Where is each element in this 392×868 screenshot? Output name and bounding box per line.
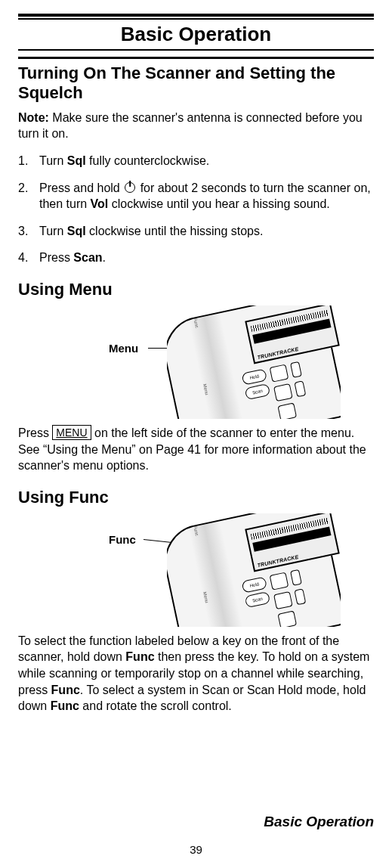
- step-body: Turn Sql clockwise until the hissing sto…: [39, 223, 374, 240]
- func-description: To select the function labeled below a k…: [18, 633, 374, 715]
- key-hold: Hold: [241, 368, 267, 385]
- step-text: fully counterclockwise.: [86, 154, 210, 167]
- menu-button-label: MENU: [52, 425, 91, 440]
- step-bold: Sql: [67, 154, 86, 167]
- key-4: [273, 383, 293, 401]
- key-1: [270, 364, 289, 383]
- step-body: Press Scan.: [39, 250, 374, 266]
- text: Press: [18, 426, 52, 439]
- bold: Func: [51, 684, 80, 696]
- key-partial: [294, 380, 306, 397]
- title-underline: [18, 49, 374, 51]
- step-bold: Sql: [67, 225, 86, 237]
- step-body: Turn Sql fully counterclockwise.: [39, 153, 374, 169]
- menu-description: Press MENU on the left side of the scann…: [18, 425, 374, 474]
- step-number: 4.: [18, 250, 39, 266]
- note-label: Note:: [18, 111, 49, 124]
- key-partial: [290, 361, 302, 378]
- note-body: Make sure the scanner's antenna is conne…: [18, 111, 363, 141]
- top-double-rule: [18, 14, 374, 20]
- note-paragraph: Note: Make sure the scanner's antenna is…: [18, 110, 374, 142]
- step-1: 1. Turn Sql fully counterclockwise.: [18, 153, 374, 169]
- figure-menu: Menu Func Menu TRUNKTRACKE Hold Scan: [18, 305, 374, 419]
- step-text: Turn: [39, 225, 67, 237]
- page-title: Basic Operation: [18, 23, 374, 46]
- step-3: 3. Turn Sql clockwise until the hissing …: [18, 223, 374, 240]
- text: and rotate the scroll control.: [79, 699, 232, 712]
- heading-using-menu: Using Menu: [18, 280, 374, 299]
- footer-section-title: Basic Operation: [264, 814, 374, 830]
- step-4: 4. Press Scan.: [18, 250, 374, 266]
- key-hold: Hold: [241, 576, 267, 593]
- step-text: Press: [39, 251, 73, 264]
- power-icon: [125, 182, 135, 193]
- step-body: Press and hold for about 2 seconds to tu…: [39, 180, 374, 212]
- key-4: [273, 591, 293, 609]
- step-text: Turn: [39, 154, 67, 167]
- step-2: 2. Press and hold for about 2 seconds to…: [18, 180, 374, 212]
- figure-func: Func UNID Func Menu TRUNKTRACKE Hold Sca…: [18, 513, 374, 627]
- device-illustration: Func Menu TRUNKTRACKE Hold Scan: [167, 305, 341, 419]
- step-bold: Scan: [73, 251, 102, 264]
- bold: Func: [51, 699, 79, 712]
- key-partial: [294, 588, 306, 605]
- bold: Func: [125, 650, 154, 663]
- step-number: 2.: [18, 180, 39, 212]
- step-bold: Vol: [91, 197, 109, 210]
- heading-turning-on: Turning On The Scanner and Setting the S…: [18, 64, 374, 104]
- key-7: [277, 610, 297, 627]
- figure-label-func: Func: [109, 533, 136, 546]
- key-partial: [290, 569, 302, 586]
- key-scan: Scan: [245, 383, 271, 400]
- section-rule: [18, 57, 374, 59]
- step-number: 3.: [18, 223, 39, 240]
- step-text: .: [103, 251, 106, 264]
- step-text: clockwise until the hissing stops.: [86, 225, 264, 237]
- key-scan: Scan: [245, 591, 271, 608]
- step-number: 1.: [18, 153, 39, 169]
- step-text: Press and hold: [39, 181, 123, 194]
- steps-list: 1. Turn Sql fully counterclockwise. 2. P…: [18, 153, 374, 266]
- page-number: 39: [190, 843, 202, 856]
- key-1: [270, 572, 289, 590]
- step-text: clockwise until you hear a hissing sound…: [108, 197, 330, 210]
- figure-label-menu: Menu: [109, 342, 138, 355]
- heading-using-func: Using Func: [18, 488, 374, 507]
- key-7: [277, 402, 297, 419]
- device-illustration: UNID Func Menu TRUNKTRACKE Hold Scan: [167, 513, 341, 627]
